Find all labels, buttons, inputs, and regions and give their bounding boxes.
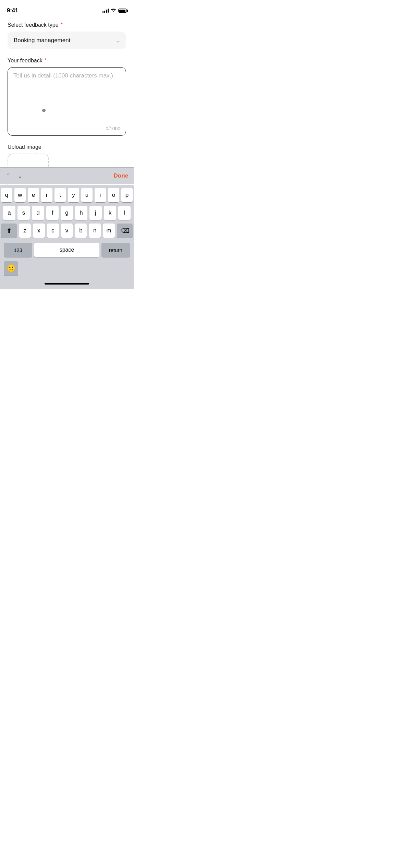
- key-i[interactable]: i: [95, 188, 106, 202]
- done-button[interactable]: Done: [114, 172, 129, 179]
- status-bar: 9:41: [0, 0, 134, 16]
- emoji-key[interactable]: 🙂: [4, 261, 18, 276]
- feedback-type-label: Select feedback type *: [8, 22, 126, 28]
- feedback-textarea-wrapper: 0/1000: [8, 67, 126, 136]
- key-g[interactable]: g: [61, 206, 73, 220]
- arrow-up-icon[interactable]: ⌃: [5, 172, 11, 180]
- key-k[interactable]: k: [104, 206, 116, 220]
- key-z[interactable]: z: [19, 224, 31, 238]
- key-j[interactable]: j: [89, 206, 102, 220]
- feedback-required-star: *: [45, 58, 47, 64]
- keyboard-row-2: a s d f g h j k l: [1, 206, 133, 220]
- key-q[interactable]: q: [1, 188, 12, 202]
- status-time: 9:41: [7, 7, 18, 14]
- feedback-textarea[interactable]: [13, 72, 120, 127]
- char-count: 0/1000: [106, 126, 120, 131]
- feedback-type-section: Select feedback type * Booking managemen…: [8, 22, 126, 49]
- key-o[interactable]: o: [108, 188, 119, 202]
- key-y[interactable]: y: [68, 188, 79, 202]
- status-icons: [102, 8, 127, 14]
- feedback-text-section: Your feedback * 0/1000: [8, 58, 126, 136]
- wifi-icon: [111, 8, 116, 14]
- chevron-down-icon: ⌄: [116, 37, 120, 44]
- feedback-type-dropdown[interactable]: Booking management ⌄: [8, 32, 126, 49]
- shift-icon: ⬆: [7, 227, 12, 234]
- key-l[interactable]: l: [118, 206, 131, 220]
- keyboard-toolbar: ⌃ ⌄ Done: [0, 167, 134, 184]
- key-f[interactable]: f: [46, 206, 59, 220]
- feedback-label: Your feedback *: [8, 58, 126, 64]
- key-t[interactable]: t: [54, 188, 66, 202]
- key-b[interactable]: b: [75, 224, 87, 238]
- keyboard: q w e r t y u i o p a s d f g h j k l ⬆ …: [0, 185, 134, 289]
- key-m[interactable]: m: [103, 224, 115, 238]
- numbers-key[interactable]: 123: [4, 243, 32, 257]
- key-u[interactable]: u: [81, 188, 93, 202]
- key-e[interactable]: e: [28, 188, 39, 202]
- dropdown-value: Booking management: [14, 37, 70, 44]
- key-s[interactable]: s: [17, 206, 30, 220]
- key-x[interactable]: x: [33, 224, 45, 238]
- shift-key[interactable]: ⬆: [1, 224, 17, 238]
- toolbar-arrows: ⌃ ⌄: [5, 172, 23, 180]
- key-p[interactable]: p: [121, 188, 133, 202]
- signal-icon: [102, 9, 109, 13]
- keyboard-row-1: q w e r t y u i o p: [1, 188, 133, 202]
- key-h[interactable]: h: [75, 206, 87, 220]
- key-r[interactable]: r: [41, 188, 52, 202]
- arrow-down-icon[interactable]: ⌄: [17, 172, 23, 180]
- home-indicator: [1, 278, 133, 289]
- key-c[interactable]: c: [47, 224, 59, 238]
- key-v[interactable]: v: [61, 224, 73, 238]
- keyboard-row-3: ⬆ z x c v b n m ⌫: [1, 224, 133, 238]
- keyboard-bottom-row: 123 space return: [1, 241, 133, 260]
- key-w[interactable]: w: [14, 188, 26, 202]
- return-key[interactable]: return: [101, 243, 130, 257]
- space-key[interactable]: space: [34, 243, 99, 257]
- backspace-key[interactable]: ⌫: [117, 224, 133, 238]
- battery-icon: [118, 9, 127, 13]
- key-a[interactable]: a: [3, 206, 15, 220]
- key-d[interactable]: d: [32, 206, 44, 220]
- backspace-icon: ⌫: [121, 227, 129, 234]
- key-n[interactable]: n: [89, 224, 101, 238]
- required-star: *: [61, 22, 63, 28]
- home-bar: [45, 283, 89, 285]
- upload-label: Upload image: [8, 144, 126, 150]
